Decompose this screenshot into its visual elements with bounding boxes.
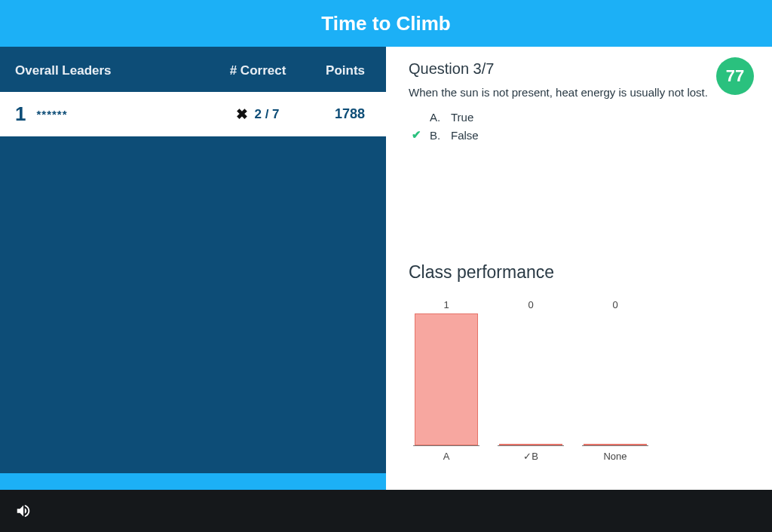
leaderboard-panel: Overall Leaders # Correct Points 1 *****… [0,47,386,490]
option-letter: B. [430,129,445,142]
leaderboard-rank: 1 [15,102,26,126]
option-letter: A. [430,111,445,124]
chart-value: 1 [443,299,449,310]
app-header: Time to Climb [0,0,772,47]
option-text: False [451,129,479,142]
leaderboard-header: Overall Leaders # Correct Points [0,47,386,92]
leaderboard-player-name: ****** [36,108,213,121]
progress-bar [0,473,386,490]
chart-label: A [443,451,450,462]
leaderboard-spacer [0,136,386,473]
performance-title: Class performance [409,262,749,283]
chart-label: None [603,451,626,462]
question-text: When the sun is not present, heat energy… [409,85,710,100]
chart-bar [415,313,478,445]
footer-bar [0,490,772,532]
option-text: True [451,111,473,124]
question-options: A. True ✔ B. False [409,111,749,142]
page-title: Time to Climb [321,12,450,35]
leaderboard-correct: ✖ 2 / 7 [213,105,303,123]
incorrect-icon: ✖ [236,105,248,123]
chart-value: 0 [528,299,533,310]
speaker-icon[interactable] [15,503,32,519]
chart-col-b: 0 ✓B [498,299,564,462]
chart-axis-tick [498,445,564,446]
chart-axis-tick [582,445,648,446]
chart-col-a: 1 A [413,299,479,462]
leaderboard-col-points: Points [303,63,371,78]
check-icon: ✔ [412,128,424,142]
leaderboard-col-correct: # Correct [213,63,303,78]
score-badge: 77 [716,57,754,95]
leaderboard-correct-value: 2 / 7 [254,107,279,122]
chart-value: 0 [612,299,617,310]
chart-axis-tick [413,445,479,446]
main-content: Overall Leaders # Correct Points 1 *****… [0,47,772,490]
chart-label: ✓B [523,451,538,462]
question-option-b: ✔ B. False [412,128,749,142]
progress-track [0,473,386,490]
question-option-a: A. True [412,111,749,124]
performance-chart: 1 A 0 ✓B 0 None [409,296,749,462]
chart-col-none: 0 None [582,299,648,462]
leaderboard-row[interactable]: 1 ****** ✖ 2 / 7 1788 [0,92,386,136]
question-label: Question 3/7 [409,60,749,78]
question-panel: 77 Question 3/7 When the sun is not pres… [386,47,772,490]
leaderboard-points: 1788 [303,106,371,122]
leaderboard-col-name: Overall Leaders [15,63,213,78]
